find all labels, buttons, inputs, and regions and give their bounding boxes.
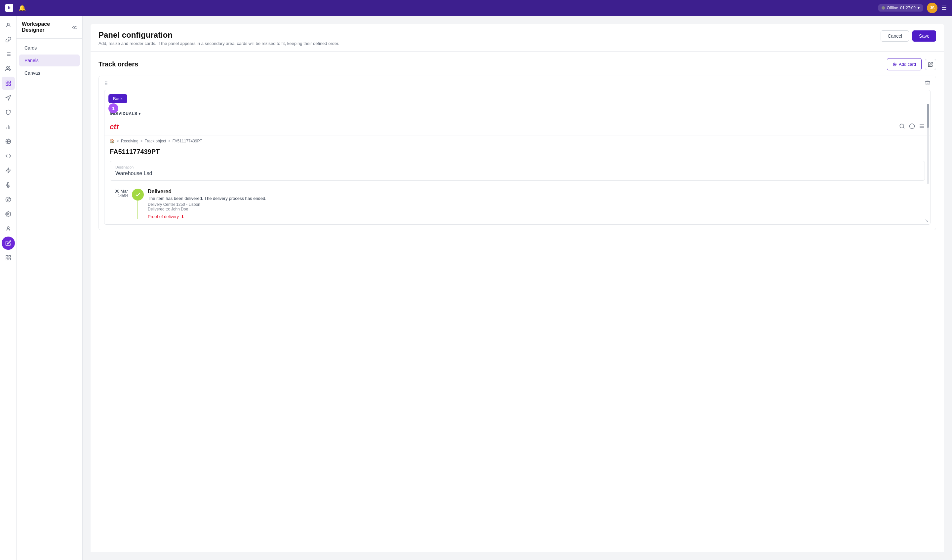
- track-orders-header: Track orders ⊕ Add card: [99, 51, 936, 76]
- sidebar-item-person[interactable]: [2, 19, 15, 32]
- panel-config-actions: Cancel Save: [881, 30, 936, 42]
- breadcrumb: 🏠 > Receiving > Track object > FA5111774…: [104, 136, 930, 145]
- svg-point-24: [7, 227, 9, 228]
- topbar-left: it 🔔: [5, 4, 26, 12]
- app-logo[interactable]: it: [5, 4, 13, 12]
- ctt-header: ctt: [104, 119, 930, 136]
- nav-item-canvas[interactable]: Canvas: [19, 67, 80, 79]
- status-chevron-icon[interactable]: ▾: [918, 6, 920, 10]
- svg-rect-10: [9, 84, 10, 86]
- resize-handle-icon[interactable]: ↘: [925, 218, 929, 223]
- timeline-line-col: [132, 189, 144, 219]
- svg-rect-8: [6, 81, 8, 83]
- main-layout: Workspace Designer ≪ Cards Panels Canvas…: [0, 16, 952, 560]
- panel-config-title: Panel configuration: [99, 30, 339, 40]
- panel-config-header: Panel configuration Add, resize and reor…: [91, 24, 944, 51]
- sidebar-item-settings[interactable]: [2, 207, 15, 221]
- sidebar-item-grid[interactable]: [2, 251, 15, 264]
- destination-box: Destination Warehouse Lsd: [110, 161, 925, 181]
- hamburger-menu-icon[interactable]: ☰: [941, 4, 947, 12]
- card-inner-preview: Back 1 INDIVIDUALS ▾ ctt: [104, 90, 930, 225]
- cancel-button[interactable]: Cancel: [881, 30, 909, 42]
- sidebar-item-shield[interactable]: [2, 106, 15, 119]
- back-button[interactable]: Back: [108, 94, 127, 103]
- svg-line-30: [903, 127, 904, 128]
- card-preview-topbar: ⠿: [99, 76, 936, 90]
- status-time: 01:27:09: [900, 6, 916, 10]
- timeline-recipient: Delivered to: John Doe: [148, 207, 925, 211]
- sidebar-item-list[interactable]: [2, 48, 15, 61]
- svg-point-29: [900, 124, 904, 128]
- search-icon[interactable]: [899, 123, 905, 131]
- svg-point-0: [7, 23, 9, 25]
- menu-icon[interactable]: [919, 123, 925, 131]
- add-card-button[interactable]: ⊕ Add card: [887, 58, 922, 70]
- left-nav: Workspace Designer ≪ Cards Panels Canvas: [17, 16, 83, 560]
- nav-item-panels[interactable]: Panels: [19, 54, 80, 66]
- timeline: 06 Mar 14h54 Delivered The item has been…: [104, 186, 930, 224]
- left-nav-items: Cards Panels Canvas: [17, 39, 82, 82]
- status-label: Offline: [887, 6, 898, 10]
- edit-panel-button[interactable]: [925, 59, 936, 70]
- status-indicator[interactable]: Offline 01:27:09 ▾: [878, 4, 923, 12]
- sidebar-item-link[interactable]: [2, 33, 15, 46]
- panel-config-text: Panel configuration Add, resize and reor…: [99, 30, 339, 46]
- track-orders-section: Track orders ⊕ Add card ⠿: [91, 51, 944, 552]
- breadcrumb-receiving: Receiving: [121, 139, 139, 143]
- plus-icon: ⊕: [892, 61, 897, 67]
- track-orders-actions: ⊕ Add card: [887, 58, 936, 70]
- sidebar-item-edit[interactable]: [2, 236, 15, 250]
- svg-rect-9: [9, 81, 10, 83]
- ctt-header-icons: [899, 123, 925, 131]
- sidebar-item-dashboard[interactable]: [2, 77, 15, 90]
- sidebar-item-users[interactable]: [2, 62, 15, 75]
- svg-point-7: [6, 66, 8, 68]
- sidebar-item-compass[interactable]: [2, 193, 15, 206]
- scrollbar[interactable]: [927, 104, 929, 184]
- sidebar-item-person2[interactable]: [2, 222, 15, 235]
- proof-label: Proof of delivery: [148, 214, 179, 219]
- timeline-description: The item has been delivered. The deliver…: [148, 196, 925, 201]
- scroll-thumb: [927, 104, 929, 128]
- left-nav-header: Workspace Designer ≪: [17, 16, 82, 39]
- info-icon[interactable]: [909, 123, 915, 131]
- download-icon: ⬇: [181, 214, 184, 219]
- topbar: it 🔔 Offline 01:27:09 ▾ JS ☰: [0, 0, 952, 16]
- timeline-center: Delivery Center 1250 - Lisbon: [148, 202, 925, 207]
- svg-rect-25: [6, 255, 8, 257]
- avatar[interactable]: JS: [927, 3, 938, 13]
- sidebar-item-globe[interactable]: [2, 135, 15, 148]
- collapse-nav-icon[interactable]: ≪: [71, 24, 77, 30]
- step-badge: 1: [108, 103, 118, 113]
- timeline-date-day: 06 Mar: [110, 189, 128, 194]
- svg-marker-22: [7, 199, 9, 201]
- destination-value: Warehouse Lsd: [115, 170, 919, 176]
- sidebar-item-lightning[interactable]: [2, 164, 15, 177]
- ctt-logo: ctt: [110, 123, 119, 131]
- timeline-line: [138, 201, 138, 219]
- delete-card-icon[interactable]: [924, 80, 930, 87]
- sidebar-item-code[interactable]: [2, 149, 15, 162]
- logo-text: it: [8, 6, 10, 10]
- nav-item-cards[interactable]: Cards: [19, 42, 80, 54]
- svg-rect-28: [6, 258, 8, 260]
- sidebar-item-chart[interactable]: [2, 120, 15, 133]
- sidebar-item-navigation[interactable]: [2, 91, 15, 104]
- svg-marker-12: [6, 96, 11, 100]
- save-button[interactable]: Save: [912, 30, 936, 42]
- svg-point-23: [7, 213, 9, 215]
- sidebar-item-mic[interactable]: [2, 178, 15, 191]
- topbar-right: Offline 01:27:09 ▾ JS ☰: [878, 3, 947, 13]
- breadcrumb-tracking-id: FA511177439PT: [173, 139, 202, 143]
- notifications-bell-icon[interactable]: 🔔: [19, 4, 26, 12]
- timeline-date: 06 Mar 14h54: [110, 189, 128, 219]
- timeline-status: Delivered: [148, 189, 925, 194]
- svg-point-21: [6, 197, 11, 202]
- avatar-initials: JS: [930, 6, 935, 10]
- proof-of-delivery-button[interactable]: Proof of delivery ⬇: [148, 214, 925, 219]
- drag-handle-icon[interactable]: ⠿: [104, 80, 108, 87]
- individuals-bar[interactable]: INDIVIDUALS ▾: [104, 109, 930, 119]
- left-nav-title: Workspace Designer: [22, 21, 71, 33]
- svg-rect-27: [9, 258, 10, 260]
- content-area: Panel configuration Add, resize and reor…: [83, 16, 952, 560]
